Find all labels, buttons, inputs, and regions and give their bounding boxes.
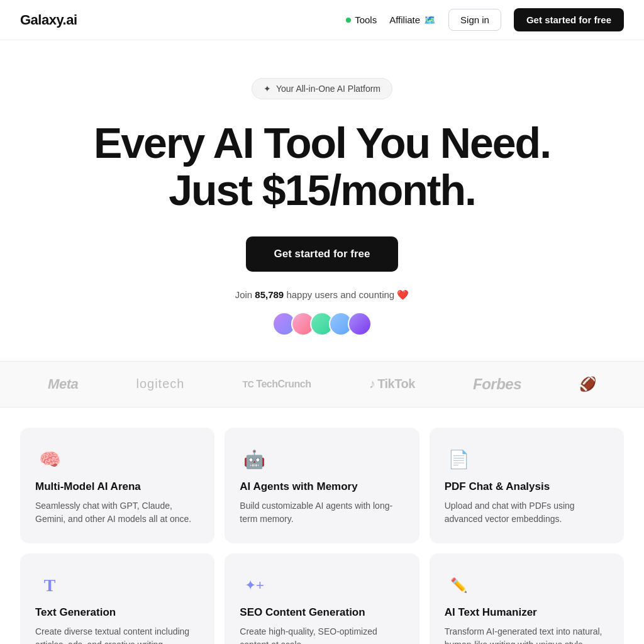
logo-techcrunch: TC TechCrunch <box>243 379 311 390</box>
card-desc: Build customizable AI agents with long-t… <box>240 499 404 526</box>
avatar <box>348 312 372 336</box>
social-post: happy users and counting ❤️ <box>284 289 409 300</box>
hero-title: Every AI Tool You Need. Just $15/month. <box>94 119 550 214</box>
social-pre: Join <box>235 289 255 300</box>
badge-text: Your All-in-One AI Platform <box>276 84 380 94</box>
feature-card: ✏️ AI Text Humanizer Transform AI-genera… <box>430 553 624 644</box>
tools-status-dot <box>346 18 351 23</box>
feature-card: 🧠 Multi-Model AI Arena Seamlessly chat w… <box>20 428 214 543</box>
card-icon: ✦+ <box>240 571 269 600</box>
card-title: SEO Content Generation <box>240 606 404 619</box>
logo-forbes: Forbes <box>473 375 521 393</box>
card-title: Text Generation <box>35 606 199 619</box>
logo-nfl: 🏈 <box>579 376 596 392</box>
card-title: AI Agents with Memory <box>240 480 404 493</box>
tiktok-icon: ♪ <box>369 377 375 391</box>
card-icon: ✏️ <box>445 571 474 600</box>
card-desc: Seamlessly chat with GPT, Claude, Gemini… <box>35 499 199 526</box>
card-title: PDF Chat & Analysis <box>445 480 609 493</box>
card-icon: 📄 <box>445 445 474 474</box>
badge-icon: ✦ <box>264 84 271 94</box>
hero-section: ✦ Your All-in-One AI Platform Every AI T… <box>0 40 644 361</box>
card-desc: Upload and chat with PDFs using advanced… <box>445 499 609 526</box>
feature-card: 🤖 AI Agents with Memory Build customizab… <box>225 428 419 543</box>
hero-cta-button[interactable]: Get started for free <box>246 236 397 272</box>
card-title: Multi-Model AI Arena <box>35 480 199 493</box>
logos-bar: Meta logitech TC TechCrunch ♪ TikTok For… <box>0 361 644 408</box>
feature-card: 📄 PDF Chat & Analysis Upload and chat wi… <box>430 428 624 543</box>
logo-logitech: logitech <box>136 377 184 391</box>
card-icon: 🤖 <box>240 445 269 474</box>
logo[interactable]: Galaxy.ai <box>20 12 77 28</box>
affiliate-emoji: 🗺️ <box>424 14 436 26</box>
affiliate-label: Affiliate <box>389 14 420 25</box>
feature-card: T Text Generation Create diverse textual… <box>20 553 214 644</box>
nav-cta-button[interactable]: Get started for free <box>514 8 624 31</box>
card-icon: T <box>35 571 64 600</box>
card-desc: Create diverse textual content including… <box>35 625 199 644</box>
tc-icon: TC <box>243 379 254 389</box>
nav-right: Tools Affiliate 🗺️ Sign in Get started f… <box>346 8 624 31</box>
hero-title-line1: Every AI Tool You Need. <box>94 119 550 167</box>
logo-meta: Meta <box>48 376 78 392</box>
hero-title-line2: Just $15/month. <box>169 166 475 214</box>
card-desc: Transform AI-generated text into natural… <box>445 625 609 644</box>
card-desc: Create high-quality, SEO-optimized conte… <box>240 625 404 644</box>
hero-social-proof: Join 85,789 happy users and counting ❤️ <box>235 289 409 301</box>
social-count: 85,789 <box>255 289 284 300</box>
signin-button[interactable]: Sign in <box>448 9 501 31</box>
card-title: AI Text Humanizer <box>445 606 609 619</box>
tools-nav-item[interactable]: Tools <box>346 14 377 25</box>
card-icon: 🧠 <box>35 445 64 474</box>
features-grid: 🧠 Multi-Model AI Arena Seamlessly chat w… <box>0 408 644 644</box>
avatar-group <box>272 312 372 336</box>
tools-label: Tools <box>355 14 377 25</box>
affiliate-nav-item[interactable]: Affiliate 🗺️ <box>389 14 436 26</box>
hero-badge: ✦ Your All-in-One AI Platform <box>252 78 392 99</box>
feature-card: ✦+ SEO Content Generation Create high-qu… <box>225 553 419 644</box>
logo-tiktok: ♪ TikTok <box>369 377 415 391</box>
navbar: Galaxy.ai Tools Affiliate 🗺️ Sign in Get… <box>0 0 644 40</box>
